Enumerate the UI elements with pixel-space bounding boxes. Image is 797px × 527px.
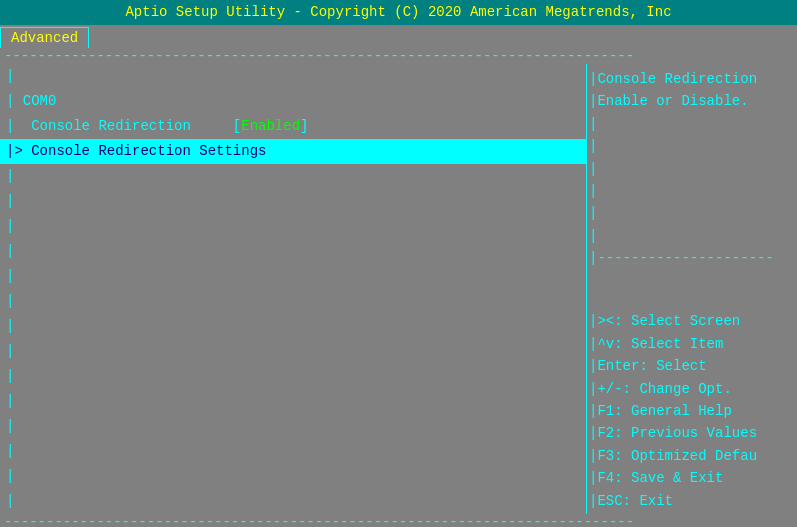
help-empty-5: | <box>589 202 795 224</box>
left-empty-15: | <box>0 489 586 514</box>
key-select-screen: |><: Select Screen <box>589 310 795 332</box>
left-empty-9: | <box>0 339 586 364</box>
tab-bar: Advanced <box>0 25 797 48</box>
left-empty-8: | <box>0 314 586 339</box>
help-empty-4: | <box>589 180 795 202</box>
help-empty-1: | <box>589 113 795 135</box>
main-content: ----------------------------------------… <box>0 48 797 527</box>
key-change-opt: |+/-: Change Opt. <box>589 378 795 400</box>
help-divider: |--------------------- <box>589 247 795 269</box>
tab-advanced[interactable]: Advanced <box>0 27 89 48</box>
help-line-2: |Enable or Disable. <box>589 90 795 112</box>
help-empty-3: | <box>589 158 795 180</box>
right-panel: |Console Redirection |Enable or Disable.… <box>587 64 797 514</box>
key-f4: |F4: Save & Exit <box>589 467 795 489</box>
key-esc: |ESC: Exit <box>589 490 795 512</box>
left-empty-5: | <box>0 239 586 264</box>
title-text: Aptio Setup Utility - Copyright (C) 2020… <box>125 4 671 20</box>
key-select-item: |^v: Select Item <box>589 333 795 355</box>
right-help-area: |Console Redirection |Enable or Disable.… <box>587 64 797 308</box>
key-f3: |F3: Optimized Defau <box>589 445 795 467</box>
left-panel: | | COM0 | Console Redirection [Enabled]… <box>0 64 587 514</box>
key-f1: |F1: General Help <box>589 400 795 422</box>
left-empty-13: | <box>0 439 586 464</box>
left-empty-2: | <box>0 164 586 189</box>
left-empty-4: | <box>0 214 586 239</box>
content-area: | | COM0 | Console Redirection [Enabled]… <box>0 64 797 514</box>
left-empty-12: | <box>0 414 586 439</box>
bottom-border-line: ----------------------------------------… <box>4 514 634 527</box>
left-empty-11: | <box>0 389 586 414</box>
right-keys-area: |><: Select Screen |^v: Select Item |Ent… <box>587 308 797 514</box>
console-redirection-setting[interactable]: | Console Redirection [Enabled] <box>0 114 586 139</box>
title-bar: Aptio Setup Utility - Copyright (C) 2020… <box>0 0 797 25</box>
left-empty-14: | <box>0 464 586 489</box>
key-f2: |F2: Previous Values <box>589 422 795 444</box>
left-empty-3: | <box>0 189 586 214</box>
help-empty-6: | <box>589 225 795 247</box>
help-line-1: |Console Redirection <box>589 68 795 90</box>
bottom-border: ----------------------------------------… <box>0 514 797 527</box>
left-empty-6: | <box>0 264 586 289</box>
top-border-line: ----------------------------------------… <box>4 48 634 64</box>
enabled-value: Enabled <box>241 118 300 134</box>
left-empty-1: | <box>0 64 586 89</box>
left-empty-10: | <box>0 364 586 389</box>
key-enter: |Enter: Select <box>589 355 795 377</box>
left-empty-7: | <box>0 289 586 314</box>
top-border: ----------------------------------------… <box>0 48 797 64</box>
console-redirection-settings-item[interactable]: |> Console Redirection Settings <box>0 139 586 164</box>
com0-header: | COM0 <box>0 89 586 114</box>
help-empty-2: | <box>589 135 795 157</box>
